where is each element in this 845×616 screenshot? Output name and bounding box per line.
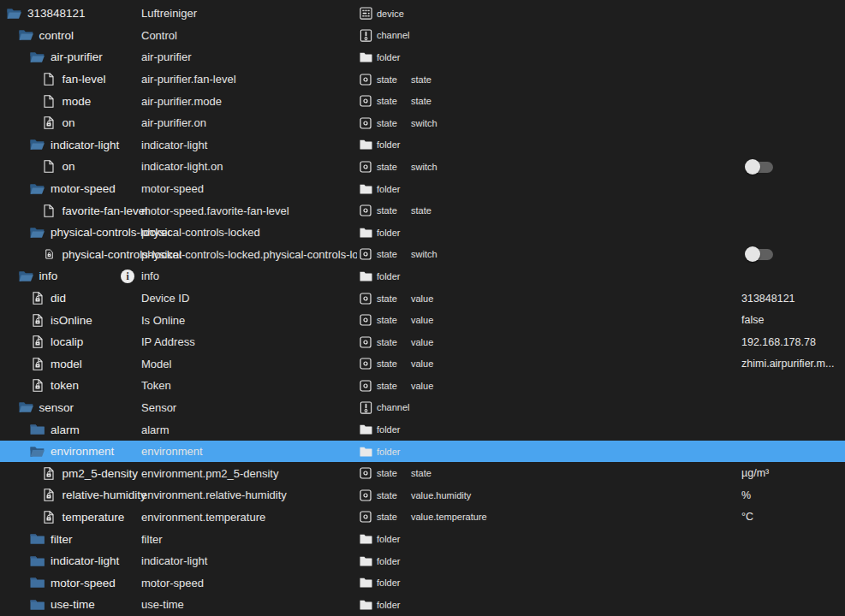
tree-row[interactable]: indicator-light indicator-light folder	[0, 550, 845, 572]
file-lock-small-icon[interactable]	[42, 249, 57, 259]
folder-open-icon[interactable]	[19, 29, 33, 41]
folder-closed-icon[interactable]	[30, 533, 45, 545]
tree-row[interactable]: did Device ID state value 313848121	[0, 287, 845, 310]
folder-type-icon	[359, 578, 372, 588]
type-label: folder	[377, 271, 401, 281]
node-name: indicator-light	[51, 554, 119, 567]
type-label: device	[377, 9, 404, 19]
folder-closed-icon[interactable]	[30, 599, 45, 611]
node-description: physical-controls-locked	[141, 222, 357, 244]
file-lock-icon[interactable]	[30, 335, 45, 348]
tree-row[interactable]: indicator-light indicator-light folder	[0, 134, 845, 157]
tree-row[interactable]: relative-humidity environment.relative-h…	[0, 484, 845, 506]
file-lock-icon[interactable]	[30, 379, 45, 392]
switch-toggle[interactable]	[745, 159, 773, 175]
node-description: indicator-light.on	[141, 156, 357, 178]
tree-row[interactable]: filter filter folder	[0, 528, 845, 550]
tree-row[interactable]: fan-level air-purifier.fan-level state s…	[0, 68, 845, 91]
folder-closed-icon[interactable]	[30, 424, 45, 435]
type-label: state	[377, 315, 397, 325]
node-description: info	[141, 265, 357, 287]
node-name: pm2_5-density	[62, 467, 139, 480]
type-label: state	[377, 468, 397, 478]
tree-row[interactable]: on air-purifier.on state switch	[0, 112, 845, 134]
tree-row[interactable]: motor-speed motor-speed folder	[0, 178, 845, 200]
value-label	[741, 594, 845, 616]
tree-row[interactable]: token Token state value	[0, 375, 845, 397]
tree-row[interactable]: isOnline Is Online state value false	[0, 309, 845, 331]
file-icon[interactable]	[42, 73, 57, 86]
folder-type-icon	[359, 139, 372, 150]
value-label	[741, 134, 845, 157]
tree-row[interactable]: localip IP Address state value 192.168.1…	[0, 331, 845, 353]
tree-row[interactable]: mode air-purifier.mode state state	[0, 90, 845, 112]
file-lock-icon[interactable]	[42, 489, 57, 501]
folder-open-icon[interactable]	[19, 401, 33, 413]
folder-type-icon	[359, 424, 372, 435]
value-label	[741, 265, 845, 287]
file-lock-icon[interactable]	[42, 116, 57, 129]
value-label: 192.168.178.78	[741, 331, 845, 353]
value-label	[741, 418, 845, 441]
file-icon[interactable]	[42, 204, 57, 217]
type-cell: state	[359, 309, 410, 331]
role-label	[411, 594, 599, 616]
node-description: environment.relative-humidity	[141, 484, 357, 506]
folder-open-icon[interactable]	[7, 8, 21, 20]
type-label: state	[377, 381, 397, 391]
tree-row[interactable]: 313848121 Luftreiniger device	[0, 3, 845, 25]
file-lock-icon[interactable]	[30, 314, 45, 327]
node-description: motor-speed	[141, 178, 357, 200]
tree-row[interactable]: pm2_5-density environment.pm2_5-density …	[0, 462, 845, 484]
state-type-icon	[359, 95, 372, 107]
folder-open-icon[interactable]	[30, 183, 45, 195]
file-lock-icon[interactable]	[42, 467, 57, 480]
tree-row[interactable]: motor-speed motor-speed folder	[0, 572, 845, 594]
file-icon[interactable]	[42, 95, 57, 108]
tree-row[interactable]: info i info folder	[0, 265, 845, 287]
file-lock-icon[interactable]	[30, 292, 45, 305]
type-cell: folder	[359, 418, 410, 441]
type-label: folder	[377, 139, 401, 150]
folder-closed-icon[interactable]	[30, 555, 45, 567]
tree-row[interactable]: alarm alarm folder	[0, 418, 845, 441]
type-cell: state	[359, 68, 410, 91]
type-label: folder	[377, 578, 401, 588]
tree-row[interactable]: environment environment folder	[0, 441, 845, 463]
folder-open-icon[interactable]	[30, 51, 45, 63]
folder-open-icon[interactable]	[30, 227, 45, 239]
switch-toggle[interactable]	[745, 246, 773, 262]
tree-row[interactable]: physical-controls-locked physical-contro…	[0, 222, 845, 244]
tree-row[interactable]: sensor Sensor channel	[0, 397, 845, 419]
tree-row[interactable]: air-purifier air-purifier folder	[0, 46, 845, 68]
node-description: Model	[141, 353, 357, 376]
tree-row[interactable]: control Control channel	[0, 25, 845, 47]
state-type-icon	[359, 336, 372, 348]
folder-open-icon[interactable]	[19, 270, 33, 282]
channel-type-icon	[359, 401, 372, 414]
tree-row[interactable]: favorite-fan-level motor-speed.favorite-…	[0, 199, 845, 222]
type-label: state	[377, 74, 397, 85]
state-type-icon	[359, 293, 372, 305]
value-label	[741, 375, 845, 397]
value-label	[741, 199, 845, 222]
tree-row[interactable]: model Model state value zhimi.airpurifie…	[0, 353, 845, 376]
tree-row[interactable]: use-time use-time folder	[0, 594, 845, 616]
file-lock-icon[interactable]	[42, 511, 57, 524]
value-label	[741, 222, 845, 244]
folder-open-icon[interactable]	[30, 446, 45, 458]
tree-row[interactable]: on indicator-light.on state switch	[0, 156, 845, 178]
tree-row[interactable]: temperature environment.temperature stat…	[0, 506, 845, 529]
value-label	[741, 528, 845, 550]
folder-closed-icon[interactable]	[30, 577, 45, 589]
type-cell: state	[359, 199, 410, 222]
tree-row[interactable]: physical-controls-locked physical-contro…	[0, 244, 845, 266]
file-lock-icon[interactable]	[30, 358, 45, 370]
value-label	[741, 441, 845, 463]
folder-open-icon[interactable]	[30, 139, 45, 151]
role-label	[411, 572, 599, 594]
value-label	[741, 112, 845, 134]
type-label: channel	[377, 30, 410, 40]
file-icon[interactable]	[42, 160, 57, 173]
type-cell: folder	[359, 222, 410, 244]
